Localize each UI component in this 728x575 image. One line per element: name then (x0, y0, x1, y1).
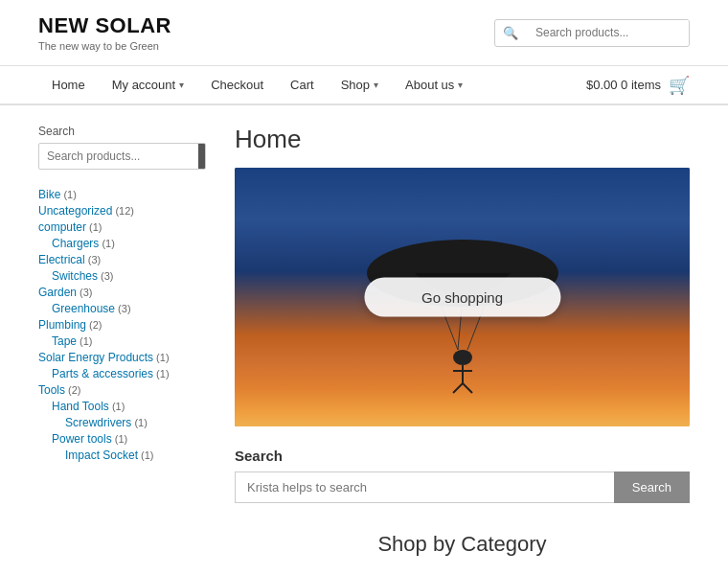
search-section: Search Search (235, 448, 690, 503)
category-count: (2) (86, 319, 102, 331)
brand-subtitle: The new way to be Green (38, 40, 171, 52)
main-search-input[interactable] (235, 472, 614, 503)
list-item: Tools (2) (38, 382, 206, 397)
category-link[interactable]: Electrical (38, 253, 85, 266)
list-item: computer (1) (38, 219, 206, 234)
list-item: Electrical (3) (38, 252, 206, 266)
header-search-box[interactable]: 🔍 (494, 19, 690, 47)
category-link[interactable]: Tools (38, 383, 65, 397)
category-link[interactable]: Bike (38, 188, 60, 201)
category-list: Bike (1)Uncategorized (12)computer (1)Ch… (38, 187, 206, 462)
cart-amount: $0.00 0 items (586, 78, 661, 92)
category-link[interactable]: Screwdrivers (65, 416, 131, 429)
header-search-input[interactable] (526, 20, 689, 45)
category-count: (1) (86, 221, 102, 233)
nav-item-home[interactable]: Home (38, 66, 99, 104)
category-count: (1) (138, 449, 154, 461)
list-item: Garden (3) (38, 285, 206, 299)
search-section-label: Search (235, 448, 690, 464)
sidebar: Search ▶ Bike (1)Uncategorized (12)compu… (38, 125, 206, 557)
sidebar-search-label: Search (38, 125, 206, 138)
category-count: (1) (112, 433, 128, 445)
category-count: (1) (109, 401, 125, 412)
category-count: (1) (60, 189, 77, 200)
cart-icon[interactable]: 🛒 (669, 75, 690, 96)
list-item: Uncategorized (12) (38, 203, 206, 218)
header: NEW SOLAR The new way to be Green 🔍 Home… (0, 0, 728, 105)
cart-widget: $0.00 0 items 🛒 (586, 75, 690, 96)
list-item: Screwdrivers (1) (38, 415, 206, 429)
nav-item-shop[interactable]: Shop ▾ (328, 66, 392, 104)
main-search-button[interactable]: Search (614, 472, 690, 503)
hero-banner: Go shopping (235, 168, 690, 426)
category-count: (1) (153, 352, 170, 363)
list-item: Solar Energy Products (1) (38, 350, 206, 364)
chevron-down-icon: ▾ (179, 80, 184, 90)
category-count: (12) (112, 205, 134, 217)
nav-item-my-account[interactable]: My account ▾ (99, 66, 197, 104)
category-link[interactable]: Parts & accessories (52, 367, 153, 380)
category-count: (1) (99, 238, 115, 249)
category-count: (3) (115, 303, 131, 314)
nav-item-about-us[interactable]: About us ▾ (392, 66, 476, 104)
category-count: (2) (65, 384, 81, 396)
brand-title: NEW SOLAR (38, 13, 171, 38)
nav-item-checkout[interactable]: Checkout (197, 66, 277, 104)
svg-line-8 (463, 383, 472, 393)
shop-by-category-title: Shop by Category (235, 532, 690, 557)
category-count: (1) (77, 335, 93, 347)
category-link[interactable]: Hand Tools (52, 400, 109, 413)
category-link[interactable]: Power tools (52, 432, 112, 446)
category-count: (1) (153, 368, 170, 380)
category-link[interactable]: Chargers (52, 237, 99, 250)
page-content: Home Go shopping (235, 125, 690, 557)
list-item: Parts & accessories (1) (38, 366, 206, 380)
category-count: (1) (131, 417, 148, 428)
chevron-down-icon: ▾ (374, 80, 378, 90)
sidebar-search-input[interactable] (39, 145, 198, 168)
sidebar-search-box[interactable]: ▶ (38, 143, 206, 170)
svg-point-4 (453, 350, 472, 365)
category-link[interactable]: Switches (52, 269, 98, 283)
category-link[interactable]: computer (38, 220, 86, 234)
list-item: Greenhouse (3) (38, 301, 206, 315)
list-item: Bike (1) (38, 187, 206, 201)
sidebar-search-button[interactable]: ▶ (198, 144, 206, 169)
search-icon: 🔍 (495, 20, 526, 46)
chevron-down-icon: ▾ (458, 80, 463, 90)
category-link[interactable]: Tape (52, 334, 77, 348)
list-item: Hand Tools (1) (38, 399, 206, 413)
list-item: Plumbing (2) (38, 317, 206, 332)
main-content: Search ▶ Bike (1)Uncategorized (12)compu… (0, 105, 728, 575)
main-nav: Home My account ▾ Checkout Cart Shop ▾ A… (0, 66, 728, 105)
category-count: (3) (85, 254, 102, 265)
brand: NEW SOLAR The new way to be Green (38, 13, 171, 52)
svg-line-7 (453, 383, 463, 393)
category-link[interactable]: Greenhouse (52, 302, 115, 315)
list-item: Power tools (1) (38, 431, 206, 446)
list-item: Tape (1) (38, 334, 206, 348)
shop-by-category-section: Shop by Category (235, 532, 690, 557)
category-count: (3) (98, 270, 114, 282)
category-link[interactable]: Plumbing (38, 318, 86, 332)
list-item: Chargers (1) (38, 236, 206, 250)
list-item: Impact Socket (1) (38, 448, 206, 462)
category-link[interactable]: Solar Energy Products (38, 351, 153, 364)
go-shopping-button[interactable]: Go shopping (364, 278, 560, 317)
category-link[interactable]: Garden (38, 286, 77, 299)
page-title: Home (235, 125, 690, 154)
category-link[interactable]: Impact Socket (65, 448, 138, 462)
category-count: (3) (77, 287, 93, 298)
category-link[interactable]: Uncategorized (38, 204, 112, 218)
list-item: Switches (3) (38, 268, 206, 283)
nav-item-cart[interactable]: Cart (277, 66, 328, 104)
search-bar: Search (235, 472, 690, 503)
